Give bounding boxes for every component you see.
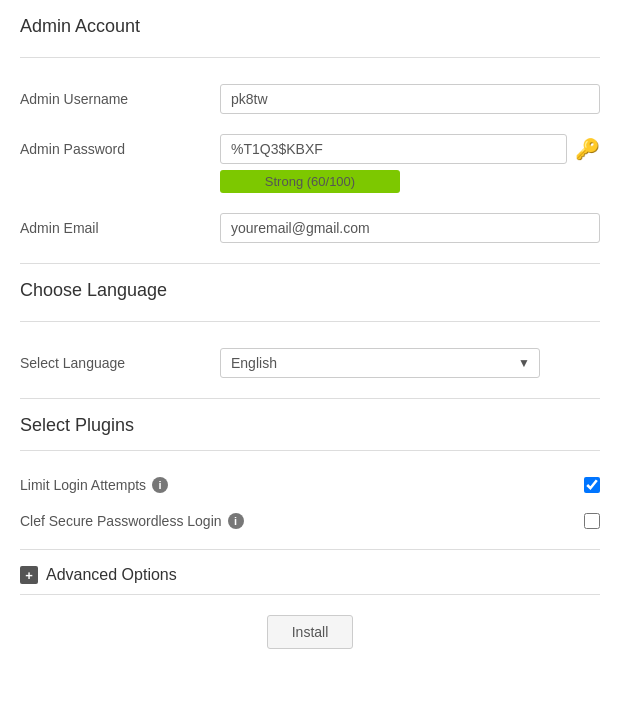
password-row: Admin Password 🔑 Strong (60/100) bbox=[20, 124, 600, 203]
language-title: Choose Language bbox=[20, 280, 600, 301]
plugin1-label-wrap: Limit Login Attempts i bbox=[20, 477, 544, 493]
plugin1-info-icon[interactable]: i bbox=[152, 477, 168, 493]
plugin2-label-wrap: Clef Secure Passwordless Login i bbox=[20, 513, 544, 529]
plugin1-checkbox[interactable] bbox=[584, 477, 600, 493]
plugin2-row: Clef Secure Passwordless Login i bbox=[20, 503, 600, 539]
install-button-wrap: Install bbox=[0, 595, 620, 679]
advanced-options-row[interactable]: + Advanced Options bbox=[0, 550, 620, 594]
password-strength-bar: Strong (60/100) bbox=[220, 170, 400, 193]
plugin2-checkbox[interactable] bbox=[584, 513, 600, 529]
plugin2-label: Clef Secure Passwordless Login bbox=[20, 513, 222, 529]
username-input[interactable] bbox=[220, 84, 600, 114]
plugin1-label: Limit Login Attempts bbox=[20, 477, 146, 493]
username-row: Admin Username bbox=[20, 74, 600, 124]
language-form: Select Language English French Spanish G… bbox=[0, 322, 620, 398]
password-control: 🔑 Strong (60/100) bbox=[220, 134, 600, 193]
password-input-row: 🔑 bbox=[220, 134, 600, 164]
email-control bbox=[220, 213, 600, 243]
admin-account-section: Admin Account bbox=[0, 0, 620, 57]
select-container: English French Spanish German Italian ▼ bbox=[220, 348, 540, 378]
password-label: Admin Password bbox=[20, 134, 220, 157]
install-button[interactable]: Install bbox=[267, 615, 354, 649]
plugins-title: Select Plugins bbox=[20, 415, 600, 436]
password-input[interactable] bbox=[220, 134, 567, 164]
key-icon[interactable]: 🔑 bbox=[575, 137, 600, 161]
plugin2-info-icon[interactable]: i bbox=[228, 513, 244, 529]
plugin1-row: Limit Login Attempts i bbox=[20, 467, 600, 503]
advanced-options-label: Advanced Options bbox=[46, 566, 177, 584]
email-input[interactable] bbox=[220, 213, 600, 243]
plugins-section: Select Plugins bbox=[0, 399, 620, 450]
language-section: Choose Language bbox=[0, 264, 620, 321]
admin-form: Admin Username Admin Password 🔑 Strong (… bbox=[0, 58, 620, 263]
email-label: Admin Email bbox=[20, 213, 220, 236]
select-language-label: Select Language bbox=[20, 348, 220, 371]
plugins-form: Limit Login Attempts i Clef Secure Passw… bbox=[0, 451, 620, 549]
language-select-wrap: English French Spanish German Italian ▼ bbox=[220, 348, 600, 378]
email-row: Admin Email bbox=[20, 203, 600, 253]
plus-icon: + bbox=[20, 566, 38, 584]
select-language-row: Select Language English French Spanish G… bbox=[20, 338, 600, 388]
language-select[interactable]: English French Spanish German Italian bbox=[220, 348, 540, 378]
admin-account-title: Admin Account bbox=[20, 16, 600, 37]
username-control bbox=[220, 84, 600, 114]
username-label: Admin Username bbox=[20, 84, 220, 107]
